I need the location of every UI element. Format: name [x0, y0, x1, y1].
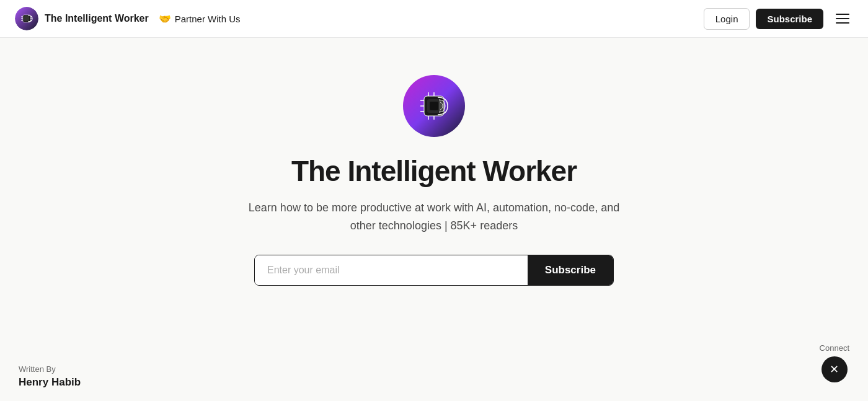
brand-logo	[15, 7, 38, 30]
menu-line-1	[836, 14, 849, 15]
site-description: Learn how to be more productive at work …	[248, 199, 620, 235]
close-icon: ✕	[830, 363, 839, 376]
connect-label: Connect	[820, 343, 849, 353]
connect-area: Connect ✕	[820, 343, 849, 382]
svg-rect-2	[24, 16, 29, 21]
login-button[interactable]: Login	[704, 8, 750, 30]
partner-icon: 🤝	[159, 13, 171, 25]
partner-label: Partner With Us	[175, 14, 241, 24]
menu-button[interactable]	[832, 10, 853, 27]
author-name: Henry Habib	[19, 376, 849, 389]
hero-logo	[403, 75, 465, 139]
subscribe-header-button[interactable]: Subscribe	[756, 9, 823, 29]
email-input[interactable]	[255, 255, 528, 285]
subscribe-form-button[interactable]: Subscribe	[528, 255, 613, 285]
brand: The Intelligent Worker	[15, 7, 149, 30]
main-content: The Intelligent Worker Learn how to be m…	[0, 38, 868, 286]
header-left: The Intelligent Worker 🤝 Partner With Us	[15, 7, 241, 30]
footer-area: Written By Henry Habib	[0, 355, 868, 401]
site-title: The Intelligent Worker	[291, 154, 577, 188]
header: The Intelligent Worker 🤝 Partner With Us…	[0, 0, 868, 38]
subscribe-form: Subscribe	[254, 255, 614, 286]
menu-line-3	[836, 22, 849, 24]
menu-line-2	[836, 18, 849, 19]
header-right: Login Subscribe	[704, 8, 853, 30]
partner-link[interactable]: 🤝 Partner With Us	[159, 13, 241, 25]
svg-rect-12	[430, 102, 438, 110]
brand-name: The Intelligent Worker	[45, 13, 149, 24]
written-by-label: Written By	[19, 364, 849, 374]
connect-close-button[interactable]: ✕	[822, 356, 848, 382]
